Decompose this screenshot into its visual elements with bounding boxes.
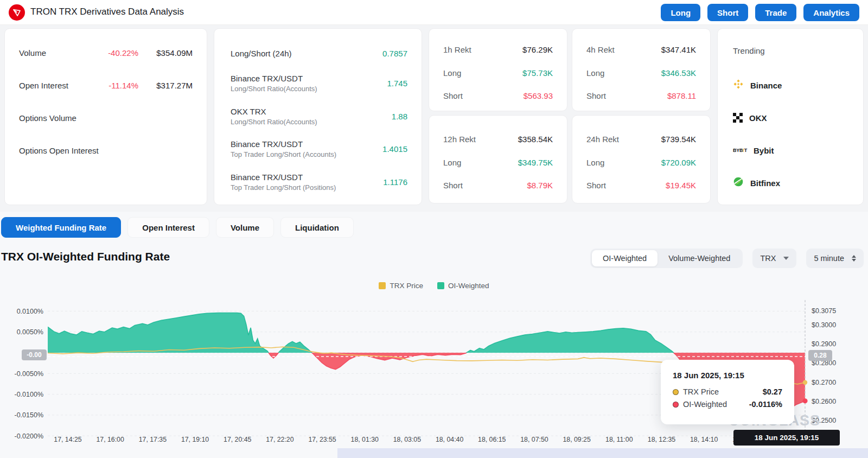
rekt-short-value: $19.45K [666, 181, 696, 190]
x-axis-label: 18, 11:00 [605, 436, 633, 443]
rekt-long-value: $720.09K [661, 158, 696, 167]
x-axis-label: 17, 16:00 [97, 436, 124, 443]
page-title: TRON TRX Derivatives Data Analysis [30, 7, 184, 17]
rekt-total: $347.41K [661, 45, 696, 54]
rekt-long-value: $75.73K [522, 68, 553, 78]
trending-title: Trending [733, 46, 765, 55]
tooltip-series-name: OI-Weighted [683, 400, 727, 409]
rekt-short-label: Short [586, 181, 606, 190]
ratio-sublabel: Long/Short Ratio(Accounts) [231, 118, 317, 126]
tab-open-interest[interactable]: Open Interest [127, 217, 209, 238]
ratio-row: Long/Short (24h) 0.7857 [231, 42, 407, 64]
short-button[interactable]: Short [707, 4, 748, 21]
stat-value: $354.09M [138, 48, 193, 58]
rekt-long-label: Long [443, 68, 461, 78]
rekt-period-label: 1h Rekt [443, 45, 471, 54]
trx-price-dot-icon [673, 389, 679, 395]
ratio-label: Binance TRX/USDT [231, 74, 317, 83]
x-axis-label: 18, 03:05 [393, 436, 421, 443]
ratio-value: 0.7857 [382, 49, 407, 58]
chart-legend: TRX Price OI-Weighted [0, 282, 868, 290]
bybit-icon: BYB!T [733, 148, 747, 153]
brush-selected-region[interactable] [337, 448, 868, 458]
rekt-total: $76.29K [522, 45, 553, 54]
rekt-long-label: Long [586, 68, 604, 78]
long-button[interactable]: Long [661, 4, 700, 21]
ratio-value: 1.745 [387, 79, 407, 88]
right-axis-tick-label: $0.2600 [812, 398, 836, 405]
binance-icon [733, 79, 744, 92]
right-axis-tick-label: $0.2700 [812, 379, 836, 386]
ratio-label: Binance TRX/USDT [231, 173, 336, 182]
symbol-select-value: TRX [760, 254, 776, 263]
left-axis-current-badge: -0.00 [22, 349, 47, 360]
spinner-icon [852, 255, 856, 262]
chart-controls: OI-Weighted Volume-Weighted TRX 5 minute [590, 249, 864, 268]
tab-weighted-funding-rate[interactable]: Weighted Funding Rate [1, 217, 121, 238]
ratio-row: Binance TRX/USDTTop Trader Long/Short (P… [231, 171, 407, 193]
rekt-short-label: Short [443, 181, 463, 190]
exchange-name: Bitfinex [750, 179, 780, 188]
long-short-ratios-card: Long/Short (24h) 0.7857 Binance TRX/USDT… [214, 28, 422, 205]
trending-item-okx[interactable]: OKX [733, 111, 767, 125]
tooltip-series-name: TRX Price [683, 387, 719, 396]
right-axis-tick-label: $0.3000 [812, 321, 836, 329]
ratio-label: Binance TRX/USDT [231, 139, 336, 149]
tab-liquidation[interactable]: Liquidation [280, 217, 354, 238]
left-axis-tick-label: -0.0200% [14, 432, 43, 440]
tooltip-timestamp: 18 Jun 2025, 19:15 [673, 371, 782, 380]
volume-weighted-segment[interactable]: Volume-Weighted [658, 250, 741, 266]
left-axis-tick-label: 0.0050% [17, 328, 43, 336]
rekt-short-label: Short [586, 91, 606, 100]
oi-weighted-swatch [437, 282, 444, 289]
rekt-card-1h: 1h Rekt$76.29K Long$75.73K Short$563.93 [429, 28, 567, 111]
rekt-period-label: 12h Rekt [443, 135, 476, 144]
exchange-name: Bybit [754, 146, 774, 155]
tooltip-row-trx-price: TRX Price $0.27 [673, 387, 782, 396]
rekt-period-label: 4h Rekt [586, 45, 615, 54]
stat-row-options-open-interest: Options Open Interest [19, 144, 193, 157]
stat-change: -11.14% [86, 81, 138, 90]
x-axis-label: 17, 14:25 [54, 436, 81, 443]
trending-item-binance[interactable]: Binance [733, 78, 782, 92]
left-axis-tick-label: -0.0150% [14, 411, 43, 419]
legend-item-oi-weighted[interactable]: OI-Weighted [437, 282, 489, 290]
bitfinex-icon [733, 176, 744, 189]
app-root: TRON TRX Derivatives Data Analysis Long … [0, 0, 868, 458]
ratio-sublabel: Top Trader Long/Short (Positions) [231, 183, 336, 192]
rekt-short-value: $563.93 [524, 91, 553, 100]
ratio-value: 1.1176 [383, 177, 407, 187]
trending-item-bybit[interactable]: BYB!T Bybit [733, 143, 774, 157]
tab-volume[interactable]: Volume [216, 217, 274, 238]
price-end-marker [803, 380, 807, 385]
left-axis-tick-label: 0.0100% [17, 308, 43, 315]
chart-title: TRX OI-Weighted Funding Rate [1, 250, 170, 263]
ratio-row: Binance TRX/USDTTop Trader Long/Short (A… [231, 138, 407, 160]
rekt-long-label: Long [586, 158, 604, 167]
stat-label: Options Open Interest [19, 146, 99, 155]
x-axis-label: 17, 23:55 [308, 436, 336, 443]
x-axis-label: 18, 14:10 [690, 436, 718, 443]
crosshair-date-label: 18 Jun 2025, 19:15 [733, 430, 840, 446]
exchange-name: Binance [750, 81, 782, 90]
oi-weighted-dot-icon [673, 402, 679, 408]
interval-select-value: 5 minute [814, 254, 844, 263]
oi-weighted-segment[interactable]: OI-Weighted [592, 250, 658, 266]
ratio-sublabel: Top Trader Long/Short (Accounts) [231, 150, 336, 158]
stat-value: $317.27M [138, 81, 193, 90]
legend-label: OI-Weighted [448, 282, 489, 290]
x-axis-label: 17, 20:45 [224, 436, 251, 443]
interval-select[interactable]: 5 minute [806, 249, 864, 268]
trending-item-bitfinex[interactable]: Bitfinex [733, 176, 780, 190]
trade-button[interactable]: Trade [755, 4, 796, 21]
rekt-total: $739.54K [661, 135, 696, 144]
legend-item-trx-price[interactable]: TRX Price [379, 282, 423, 290]
header-actions: Long Short Trade Analytics [661, 4, 859, 21]
x-axis-label: 17, 17:35 [139, 436, 167, 443]
analytics-button[interactable]: Analytics [803, 4, 859, 21]
symbol-select[interactable]: TRX [752, 249, 796, 268]
stat-label: Open Interest [19, 81, 68, 90]
trending-card: Trending Binance OKX BYB!T Bybit Bitfine… [717, 28, 864, 205]
rekt-card-4h: 4h Rekt$347.41K Long$346.53K Short$878.1… [572, 28, 711, 111]
top-header: TRON TRX Derivatives Data Analysis Long … [0, 0, 868, 25]
